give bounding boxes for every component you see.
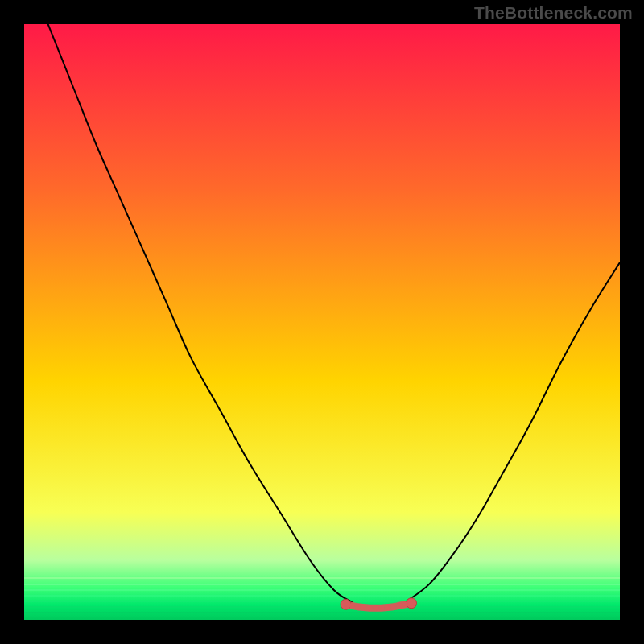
floor-dot [349, 603, 354, 608]
floor-dot [391, 605, 396, 609]
watermark-text: TheBottleneck.com [474, 3, 633, 23]
floor-dot [373, 605, 378, 610]
chart-svg [24, 24, 620, 620]
floor-end-marker [407, 598, 417, 609]
floor-dot [397, 603, 402, 608]
floor-dot [379, 605, 384, 610]
floor-dot [355, 605, 360, 609]
floor-dot [367, 605, 372, 610]
chart-frame: TheBottleneck.com [0, 0, 644, 644]
floor-end-marker [341, 599, 351, 609]
floor-dot [361, 605, 366, 609]
chart-inner [24, 24, 620, 620]
floor-dot [402, 602, 407, 607]
gradient-background [24, 24, 620, 620]
floor-dot [385, 605, 390, 609]
